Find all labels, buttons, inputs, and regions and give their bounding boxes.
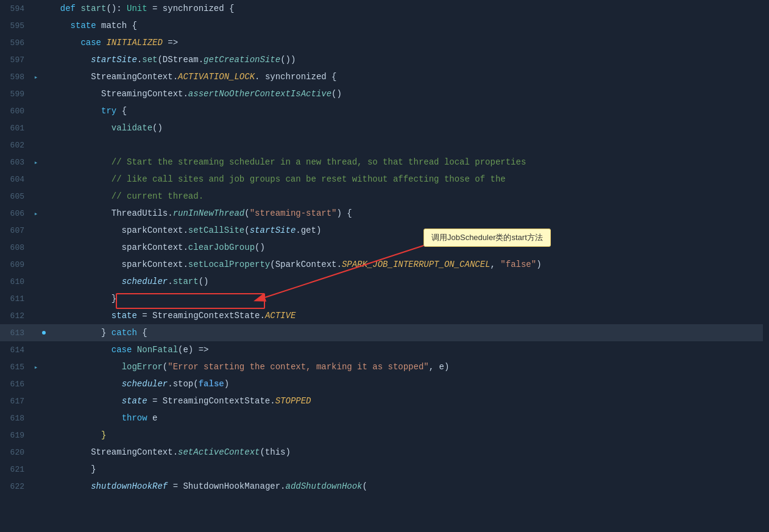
line-number: 611 <box>0 294 30 303</box>
code-line: 611 } <box>0 290 769 307</box>
line-number: 606 <box>0 209 30 218</box>
code-line: 595 state match { <box>0 17 769 34</box>
line-number: 603 <box>0 158 30 167</box>
line-number: 620 <box>0 448 30 457</box>
line-number: 617 <box>0 397 30 406</box>
code-text: logError("Error starting the context, ma… <box>46 358 769 375</box>
code-line: 601 validate() <box>0 119 769 137</box>
line-number: 618 <box>0 414 30 423</box>
fold-indicator[interactable]: ▸ <box>30 73 41 81</box>
line-number: 605 <box>0 192 30 201</box>
code-line: 603▸ // Start the streaming scheduler in… <box>0 154 769 171</box>
line-number: 601 <box>0 124 30 133</box>
code-text: // current thread. <box>46 188 769 205</box>
code-line: 620 StreamingContext.setActiveContext(th… <box>0 444 769 461</box>
code-editor: 594 def start(): Unit = synchronized {59… <box>0 0 769 532</box>
scrollbar[interactable] <box>763 0 769 532</box>
code-line: 598▸ StreamingContext.ACTIVATION_LOCK. s… <box>0 68 769 85</box>
code-line: 622 shutdownHookRef = ShutdownHookManage… <box>0 478 769 495</box>
line-number: 600 <box>0 107 30 116</box>
code-text: sparkContext.setLocalProperty(SparkConte… <box>46 256 769 273</box>
line-number: 619 <box>0 431 30 440</box>
fold-indicator[interactable]: ▸ <box>30 158 41 166</box>
fold-indicator[interactable]: ▸ <box>30 210 41 218</box>
code-line: 597 startSite.set(DStream.getCreationSit… <box>0 51 769 68</box>
code-text: case INITIALIZED => <box>46 34 769 51</box>
code-text: state match { <box>46 17 769 34</box>
code-line: 594 def start(): Unit = synchronized { <box>0 0 769 17</box>
line-number: 598 <box>0 73 30 82</box>
code-line: 599 StreamingContext.assertNoOtherContex… <box>0 85 769 102</box>
line-number: 613 <box>0 328 30 338</box>
code-line: 604 // like call sites and job groups ca… <box>0 171 769 188</box>
code-line: 619 } <box>0 427 769 444</box>
code-text: } catch { <box>46 324 769 341</box>
line-number: 615 <box>0 363 30 372</box>
code-line: 610 scheduler.start() <box>0 273 769 290</box>
code-text: case NonFatal(e) => <box>46 341 769 358</box>
code-line: 607 sparkContext.setCallSite(startSite.g… <box>0 222 769 239</box>
dot-marker <box>41 331 46 335</box>
line-number: 604 <box>0 175 30 184</box>
code-text: state = StreamingContextState.ACTIVE <box>46 307 769 324</box>
code-text: startSite.set(DStream.getCreationSite()) <box>46 51 769 68</box>
code-line: 606▸ ThreadUtils.runInNewThread("streami… <box>0 205 769 222</box>
code-text: } <box>46 427 769 444</box>
code-line: 596 case INITIALIZED => <box>0 34 769 51</box>
line-number: 595 <box>0 21 30 30</box>
code-text: StreamingContext.setActiveContext(this) <box>46 444 769 461</box>
code-line: 608 sparkContext.clearJobGroup() <box>0 239 769 256</box>
code-text: validate() <box>46 119 769 137</box>
code-line: 612 state = StreamingContextState.ACTIVE <box>0 307 769 324</box>
code-line: 605 // current thread. <box>0 188 769 205</box>
line-number: 622 <box>0 482 30 491</box>
code-text: StreamingContext.ACTIVATION_LOCK. synchr… <box>46 68 769 85</box>
line-number: 612 <box>0 311 30 321</box>
code-text: scheduler.stop(false) <box>46 375 769 392</box>
code-lines: 594 def start(): Unit = synchronized {59… <box>0 0 769 495</box>
code-line: 621 } <box>0 461 769 478</box>
code-text: } <box>46 461 769 478</box>
code-line: 618 throw e <box>0 410 769 427</box>
code-line: 609 sparkContext.setLocalProperty(SparkC… <box>0 256 769 273</box>
code-text: throw e <box>46 410 769 427</box>
code-line: 613 } catch { <box>0 324 769 341</box>
code-text: ThreadUtils.runInNewThread("streaming-st… <box>46 205 769 222</box>
fold-indicator[interactable]: ▸ <box>30 363 41 371</box>
code-line: 614 case NonFatal(e) => <box>0 341 769 358</box>
line-number: 599 <box>0 90 30 99</box>
line-number: 602 <box>0 141 30 150</box>
code-line: 615▸ logError("Error starting the contex… <box>0 358 769 375</box>
code-text: scheduler.start() <box>46 273 769 290</box>
code-text: sparkContext.setCallSite(startSite.get) <box>46 222 769 239</box>
line-number: 614 <box>0 346 30 355</box>
code-text: StreamingContext.assertNoOtherContextIsA… <box>46 85 769 102</box>
annotation-box: 调用JobScheduler类的start方法 <box>423 229 551 247</box>
code-line: 600 try { <box>0 102 769 119</box>
code-text: def start(): Unit = synchronized { <box>46 0 769 17</box>
code-text: sparkContext.clearJobGroup() <box>46 239 769 256</box>
code-text: state = StreamingContextState.STOPPED <box>46 392 769 410</box>
code-text: try { <box>46 102 769 119</box>
code-line: 602 <box>0 137 769 154</box>
line-number: 610 <box>0 277 30 286</box>
line-number: 597 <box>0 55 30 65</box>
code-text: // like call sites and job groups can be… <box>46 171 769 188</box>
line-number: 607 <box>0 226 30 235</box>
line-number: 608 <box>0 243 30 252</box>
code-line: 616 scheduler.stop(false) <box>0 375 769 392</box>
line-number: 609 <box>0 260 30 269</box>
line-number: 596 <box>0 38 30 48</box>
line-number: 616 <box>0 380 30 389</box>
code-text: } <box>46 290 769 307</box>
code-text: // Start the streaming scheduler in a ne… <box>46 154 769 171</box>
line-number: 594 <box>0 4 30 13</box>
code-text: shutdownHookRef = ShutdownHookManager.ad… <box>46 478 769 495</box>
code-line: 617 state = StreamingContextState.STOPPE… <box>0 392 769 410</box>
line-number: 621 <box>0 465 30 474</box>
